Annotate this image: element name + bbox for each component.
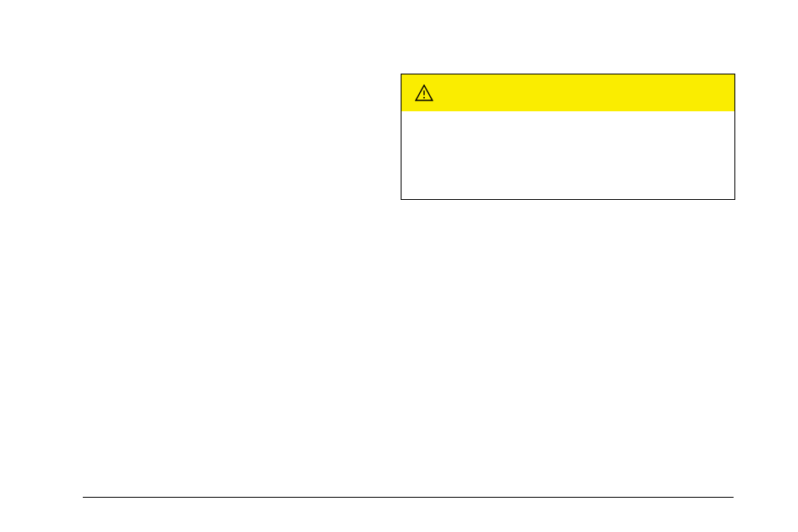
svg-point-1 — [423, 97, 425, 99]
warning-body — [402, 111, 734, 199]
page-footer-rule — [83, 497, 734, 498]
warning-header — [402, 74, 734, 111]
warning-callout — [401, 74, 735, 200]
warning-triangle-icon — [415, 84, 433, 101]
